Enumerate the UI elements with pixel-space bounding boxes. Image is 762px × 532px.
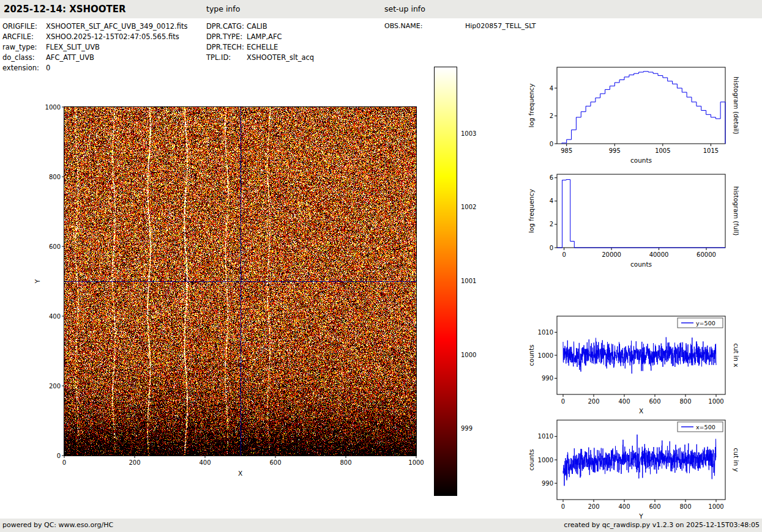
info-value: XSHOOTER_SLT_AFC_UVB_349_0012.fits xyxy=(46,22,187,31)
x-tick-label: 400 xyxy=(199,459,211,466)
y-tick-label: 990 xyxy=(542,375,553,382)
y-axis-label: Y xyxy=(34,279,41,284)
y-tick-label: 1010 xyxy=(538,433,553,440)
page-title: 2025-12-14: XSHOOTER xyxy=(4,0,126,18)
colorbar-tick-label: 999 xyxy=(461,424,473,433)
info-label: ARCFILE: xyxy=(2,32,46,41)
legend-label: y=500 xyxy=(696,320,715,327)
colorbar-tick-label: 1003 xyxy=(461,130,476,138)
info-label: do_class: xyxy=(2,53,46,62)
x-tick-label: 1015 xyxy=(703,147,719,154)
y-axis-label: log frequency xyxy=(528,189,535,233)
footer-bar: powered by QC: www.eso.org/HC created by… xyxy=(0,519,762,532)
footer-left: powered by QC: www.eso.org/HC xyxy=(2,519,113,532)
cut-x-svg: 0200400600800100099010001010Xcountscut i… xyxy=(520,307,753,414)
x-tick-label: 1000 xyxy=(708,503,723,510)
x-tick-label: 600 xyxy=(649,503,660,510)
y-tick-label: 400 xyxy=(49,313,61,320)
setup-info-heading: set-up info xyxy=(384,0,425,18)
cut-y-svg: 0200400600800100099010001010Ycountscut i… xyxy=(520,411,753,520)
y-tick-label: 2 xyxy=(550,221,553,227)
x-tick-label: 995 xyxy=(609,147,621,154)
legend-label: x=500 xyxy=(696,424,715,430)
info-row-dprcatg: DPR.CATG:CALIB xyxy=(206,22,267,31)
hist-full-svg: 02000040000600000246countslog frequencyh… xyxy=(520,165,753,272)
y-tick-label: 2 xyxy=(550,113,553,119)
x-tick-label: 200 xyxy=(588,398,599,405)
type-info-heading: type info xyxy=(206,0,240,18)
info-label: DPR.CATG: xyxy=(206,22,247,31)
info-row-dprtech: DPR.TECH:ECHELLE xyxy=(206,43,278,51)
info-row-rawtype: raw_type:FLEX_SLIT_UVB xyxy=(2,43,100,51)
info-row-origfile: ORIGFILE:XSHOOTER_SLT_AFC_UVB_349_0012.f… xyxy=(2,22,187,31)
header-bar: 2025-12-14: XSHOOTER type info set-up in… xyxy=(0,0,762,18)
right-axis-label: histogram (full) xyxy=(733,187,740,236)
info-label: ORIGFILE: xyxy=(2,22,46,31)
info-label: DPR.TYPE: xyxy=(206,32,247,41)
colorbar-tick-label: 1002 xyxy=(461,203,476,212)
y-tick-label: 0 xyxy=(550,141,553,147)
colorbar-tick-label: 1000 xyxy=(461,351,476,360)
y-tick-label: 0 xyxy=(57,453,61,459)
info-value: Hip020857_TELL_SLT xyxy=(465,22,536,30)
x-tick-label: 800 xyxy=(679,503,691,510)
x-tick-label: 20000 xyxy=(602,251,621,258)
y-tick-label: 4 xyxy=(550,198,553,204)
x-tick-label: 600 xyxy=(269,459,281,466)
plot-frame xyxy=(557,67,725,144)
plot-frame xyxy=(557,174,725,248)
x-tick-label: 0 xyxy=(561,398,565,405)
info-label: TPL.ID: xyxy=(206,53,247,62)
raw-image-plot: 0200400600800100002004006008001000XY xyxy=(24,86,441,489)
qc-report-page: 2025-12-14: XSHOOTER type info set-up in… xyxy=(0,0,762,532)
x-tick-label: 0 xyxy=(562,251,566,258)
y-tick-label: 200 xyxy=(49,383,61,390)
y-tick-label: 800 xyxy=(49,174,61,180)
info-label: extension: xyxy=(2,64,46,72)
x-axis-label: counts xyxy=(630,157,652,164)
raw-image-canvas xyxy=(64,106,417,456)
info-label: OBS.NAME: xyxy=(384,22,465,30)
histogram-detail-chart: 98599510051015024countslog frequencyhist… xyxy=(520,58,753,171)
info-value: 0 xyxy=(46,64,50,72)
info-row-tplid: TPL.ID:XSHOOTER_slt_acq xyxy=(206,53,314,62)
x-axis-label: X xyxy=(238,470,242,477)
y-tick-label: 6 xyxy=(550,174,553,181)
x-tick-label: 1000 xyxy=(408,459,424,466)
info-value: XSHOO.2025-12-15T02:47:05.565.fits xyxy=(46,32,179,41)
y-axis-label: counts xyxy=(528,449,535,470)
y-tick-label: 1000 xyxy=(538,457,553,464)
x-tick-label: 400 xyxy=(618,398,630,405)
x-tick-label: 200 xyxy=(129,459,140,466)
right-axis-label: cut in x xyxy=(733,343,740,367)
info-value: LAMP,AFC xyxy=(247,32,282,41)
x-tick-label: 800 xyxy=(340,459,351,466)
x-tick-label: 1000 xyxy=(708,398,723,405)
right-axis-label: histogram (detail) xyxy=(733,76,740,134)
y-tick-label: 1000 xyxy=(538,352,553,359)
x-tick-label: 200 xyxy=(588,503,599,510)
colorbar-tick-label: 1001 xyxy=(461,277,476,286)
y-axis-label: log frequency xyxy=(528,83,535,127)
info-value: AFC_ATT_UVB xyxy=(46,53,94,62)
hist-detail-svg: 98599510051015024countslog frequencyhist… xyxy=(520,58,753,171)
y-tick-label: 1010 xyxy=(538,329,553,336)
x-tick-label: 0 xyxy=(561,503,565,510)
x-tick-label: 1005 xyxy=(655,147,670,154)
x-tick-label: 0 xyxy=(62,459,66,466)
info-row-extension: extension:0 xyxy=(2,64,50,72)
info-value: CALIB xyxy=(247,22,267,31)
info-label: raw_type: xyxy=(2,43,46,51)
x-axis-label: counts xyxy=(630,260,652,268)
y-tick-label: 1000 xyxy=(45,104,61,111)
x-tick-label: 40000 xyxy=(649,251,669,258)
info-row-arcfile: ARCFILE:XSHOO.2025-12-15T02:47:05.565.fi… xyxy=(2,32,179,41)
x-tick-label: 60000 xyxy=(697,251,716,258)
info-value: FLEX_SLIT_UVB xyxy=(46,43,100,51)
info-label: DPR.TECH: xyxy=(206,43,247,51)
histogram-full-chart: 02000040000600000246countslog frequencyh… xyxy=(520,165,753,272)
colorbar-canvas xyxy=(434,67,457,496)
cut-in-y-chart: 0200400600800100099010001010Ycountscut i… xyxy=(520,411,753,520)
info-value: XSHOOTER_slt_acq xyxy=(247,53,314,62)
right-axis-label: cut in y xyxy=(733,448,740,471)
